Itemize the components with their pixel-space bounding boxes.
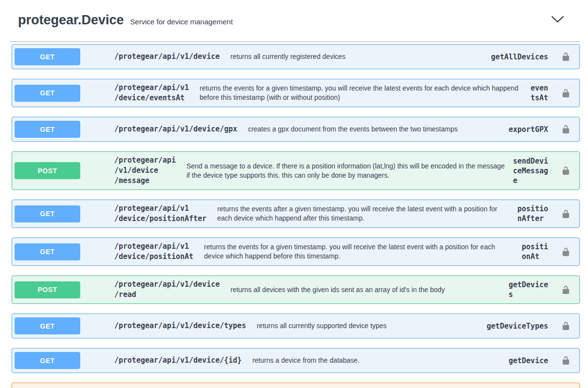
operation-id: getDevice s [509,280,548,299]
endpoint-description: returns all devices with the given ids s… [231,285,501,295]
operation-row[interactable]: GET /protegear/api/v1/device/{id} return… [12,348,580,373]
authorize-button[interactable] [554,355,577,366]
operation-id: exportGPX [509,125,548,134]
endpoint-description: Send a message to a device. If there is … [186,162,505,180]
method-button[interactable]: GET [15,317,80,334]
method-button[interactable]: POST [15,162,80,179]
authorize-button[interactable] [554,88,577,98]
endpoint-description: returns all currently registered devices [231,52,484,61]
endpoint-path: /protegear/api/v1 /device/positionAfter [114,203,207,224]
endpoint-description: returns the events for a given timestamp… [204,242,515,261]
operation-row[interactable]: GET /protegear/api/v1/device returns all… [12,44,580,69]
operation-row[interactable]: POST /protegear/api/v1/device /read retu… [12,276,580,304]
authorize-button[interactable] [554,124,577,134]
operation-id: sendDevi ceMessag e [513,156,548,185]
endpoint-description: returns a device from the database. [252,356,501,365]
method-button[interactable]: GET [15,121,80,138]
endpoint-description: creates a gpx document from the events b… [248,125,501,134]
operation-id: even tsAt [531,83,548,103]
unlock-icon [561,321,570,331]
authorize-button[interactable] [554,166,577,176]
service-description: Service for device management [130,18,233,26]
unlock-icon [561,247,570,257]
service-tag-header[interactable]: protegear.Device Service for device mana… [0,0,588,29]
method-button[interactable]: POST [15,281,80,298]
authorize-button[interactable] [554,247,577,257]
unlock-icon [561,285,570,295]
operation-row[interactable]: GET /protegear/api/v1 /device/positionAf… [12,200,580,228]
operation-id: positi onAt [522,242,548,261]
operation-id: getDeviceTypes [487,321,548,331]
chevron-down-icon [551,16,564,24]
endpoint-description: returns all currently supported device t… [257,321,480,331]
endpoint-path: /protegear/api/v1 /device/positionAt [114,241,194,262]
unlock-icon [561,209,570,219]
unlock-icon [561,124,570,134]
unlock-icon [561,355,570,366]
endpoint-path: /protegear/api/v1 /device/eventsAt [114,83,189,103]
operations-list: GET /protegear/api/v1/device returns all… [0,42,588,388]
operation-id: getAllDevices [491,52,548,62]
endpoint-path: /protegear/api/v1/device/gpx [114,124,237,134]
unlock-icon [561,166,570,176]
unlock-icon [561,88,570,98]
method-button[interactable]: GET [15,243,80,260]
operation-row[interactable]: GET /protegear/api/v1 /device/positionAt… [12,238,580,266]
endpoint-path: /protegear/api/v1/device/types [114,321,246,331]
collapse-section-button[interactable] [549,14,566,26]
endpoint-path: /protegear/api/v1/device/{id} [114,355,242,366]
authorize-button[interactable] [554,321,577,331]
endpoint-path: /protegear/api/v1/device [114,52,220,62]
method-button[interactable]: GET [15,205,80,222]
operation-id: positio nAfter [517,204,548,223]
method-button[interactable]: GET [15,352,80,369]
operation-id: getDevice [509,356,548,366]
endpoint-description: returns the events for a given timestamp… [200,84,523,102]
service-title: protegear.Device [18,11,124,29]
authorize-button[interactable] [554,52,577,62]
operation-row-clipped[interactable] [12,383,580,388]
operation-row[interactable]: GET /protegear/api/v1/device/gpx creates… [12,117,580,142]
method-button[interactable]: GET [15,85,80,102]
endpoint-path: /protegear/api/v1/device /read [114,279,220,300]
authorize-button[interactable] [554,285,577,295]
operation-row[interactable]: GET /protegear/api/v1/device/types retur… [12,314,580,338]
authorize-button[interactable] [554,209,577,219]
method-button[interactable]: GET [15,48,80,65]
endpoint-description: returns the events after a given timesta… [217,204,510,223]
operation-row[interactable]: POST /protegear/api /v1/device /message … [12,151,580,190]
operation-row[interactable]: GET /protegear/api/v1 /device/eventsAt r… [12,79,580,107]
unlock-icon [561,52,570,62]
endpoint-path: /protegear/api /v1/device /message [114,155,176,186]
